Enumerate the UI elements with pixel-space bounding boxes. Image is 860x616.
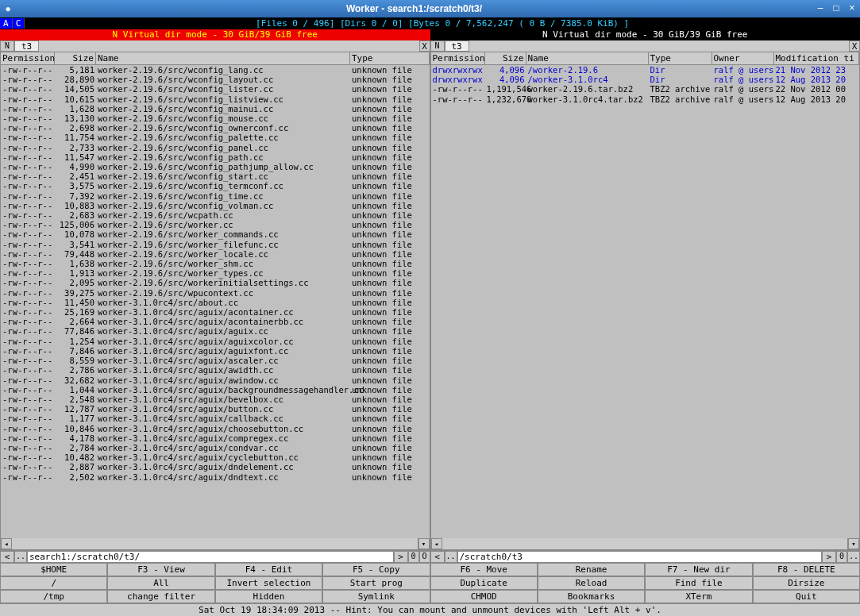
table-row[interactable]: -rw-r--r--2,451worker-2.19.6/src/wconfig… <box>1 171 430 181</box>
table-row[interactable]: -rw-r--r--1,232,670worker-3.1.0rc4.tar.b… <box>431 94 860 104</box>
maximize-button[interactable]: □ <box>828 2 844 15</box>
table-row[interactable]: -rw-r--r--10,482worker-3.1.0rc4/src/agui… <box>1 452 430 462</box>
function-button[interactable]: CHMOD <box>430 590 538 603</box>
path-input-left[interactable] <box>27 551 394 563</box>
function-button[interactable]: Rename <box>538 563 645 576</box>
table-row[interactable]: -rw-r--r--1,044worker-3.1.0rc4/src/aguix… <box>1 385 430 395</box>
function-button[interactable]: $HOME <box>0 563 107 576</box>
function-button[interactable]: /tmp <box>0 590 107 603</box>
close-button[interactable]: × <box>844 2 860 15</box>
function-button[interactable]: Reload <box>538 576 645 590</box>
table-row[interactable]: -rw-r--r--14,505worker-2.19.6/src/wconfi… <box>1 84 430 94</box>
tab-right[interactable]: t3 <box>445 40 469 52</box>
table-row[interactable]: -rw-r--r--2,698worker-2.19.6/src/wconfig… <box>1 123 430 133</box>
table-row[interactable]: -rw-r--r--7,392worker-2.19.6/src/wconfig… <box>1 191 430 201</box>
file-list-right[interactable]: drwxrwxrwx4,096/worker-2.19.6Dirralf @ u… <box>431 65 860 538</box>
table-row[interactable]: -rw-r--r--1,638worker-2.19.6/src/worker_… <box>1 259 430 268</box>
path-prev-right[interactable]: < <box>430 551 445 563</box>
hdr-mod-r[interactable]: Modification ti <box>774 52 860 64</box>
new-tab-right[interactable]: N <box>430 40 445 52</box>
function-button[interactable]: Invert selection <box>215 576 322 590</box>
table-row[interactable]: -rw-r--r--1,628worker-2.19.6/src/wconfig… <box>1 104 430 114</box>
table-row[interactable]: -rw-r--r--79,448worker-2.19.6/src/worker… <box>1 249 430 259</box>
path-prev-left[interactable]: < <box>0 551 14 563</box>
hdr-type-r[interactable]: Type <box>649 52 712 64</box>
table-row[interactable]: -rw-r--r--1,254worker-3.1.0rc4/src/aguix… <box>1 337 430 346</box>
hdr-size[interactable]: Size <box>55 52 96 64</box>
minimize-button[interactable]: – <box>812 2 828 15</box>
table-row[interactable]: -rw-r--r--2,683worker-2.19.6/src/wcpath.… <box>1 210 430 220</box>
scroll-left-btn[interactable]: ◂ <box>1 538 12 549</box>
table-row[interactable]: -rw-r--r--5,181worker-2.19.6/src/wconfig… <box>1 65 430 75</box>
hdr-perm[interactable]: Permission <box>1 52 55 64</box>
path-dots-right-2[interactable]: .. <box>847 551 860 563</box>
tab-left[interactable]: t3 <box>14 40 39 52</box>
table-row[interactable]: -rw-r--r--4,990worker-2.19.6/src/wconfig… <box>1 162 430 171</box>
table-row[interactable]: -rw-r--r--39,275worker-2.19.6/src/wpucon… <box>1 288 430 298</box>
path-input-right[interactable] <box>457 551 823 563</box>
table-row[interactable]: -rw-r--r--8,559worker-3.1.0rc4/src/aguix… <box>1 356 430 365</box>
function-button[interactable]: Symlink <box>322 590 430 603</box>
function-button[interactable]: F3 - View <box>107 563 214 576</box>
new-tab-left[interactable]: N <box>0 40 14 52</box>
table-row[interactable]: -rw-r--r--11,450worker-3.1.0rc4/src/abou… <box>1 298 430 307</box>
table-row[interactable]: -rw-r--r--2,887worker-3.1.0rc4/src/aguix… <box>1 462 430 472</box>
file-list-left[interactable]: -rw-r--r--5,181worker-2.19.6/src/wconfig… <box>1 65 430 538</box>
table-row[interactable]: -rw-r--r--2,786worker-3.1.0rc4/src/aguix… <box>1 365 430 375</box>
function-button[interactable]: XTerm <box>645 590 752 603</box>
a-button[interactable]: A <box>0 18 13 29</box>
scroll-down-btn-r[interactable]: ▾ <box>848 538 859 549</box>
function-button[interactable]: Bookmarks <box>538 590 645 603</box>
table-row[interactable]: -rw-r--r--10,846worker-3.1.0rc4/src/agui… <box>1 424 430 433</box>
table-row[interactable]: -rw-r--r--4,178worker-3.1.0rc4/src/aguix… <box>1 433 430 443</box>
table-row[interactable]: -rw-r--r--10,615worker-2.19.6/src/wconfi… <box>1 94 430 104</box>
table-row[interactable]: -rw-r--r--1,177worker-3.1.0rc4/src/aguix… <box>1 414 430 423</box>
hidden-toggle-left[interactable]: O <box>419 551 430 563</box>
table-row[interactable]: -rw-r--r--2,502worker-3.1.0rc4/src/aguix… <box>1 472 430 482</box>
c-button[interactable]: C <box>13 18 25 29</box>
table-row[interactable]: -rw-r--r--3,541worker-2.19.6/src/worker_… <box>1 240 430 249</box>
table-row[interactable]: -rw-r--r--12,787worker-3.1.0rc4/src/agui… <box>1 404 430 414</box>
table-row[interactable]: -rw-r--r--11,547worker-2.19.6/src/wconfi… <box>1 152 430 162</box>
scroll-left-btn-r[interactable]: ◂ <box>431 538 442 549</box>
function-button[interactable]: Start prog <box>322 576 430 590</box>
path-next-right[interactable]: > <box>822 551 836 563</box>
function-button[interactable]: Dirsize <box>753 576 860 590</box>
table-row[interactable]: -rw-r--r--7,846worker-3.1.0rc4/src/aguix… <box>1 346 430 356</box>
table-row[interactable]: drwxrwxrwx4,096/worker-2.19.6Dirralf @ u… <box>431 65 860 75</box>
path-next-left[interactable]: > <box>394 551 408 563</box>
table-row[interactable]: -rw-r--r--25,169worker-3.1.0rc4/src/agui… <box>1 307 430 317</box>
function-button[interactable]: F8 - DELETE <box>753 563 860 576</box>
table-row[interactable]: -rw-r--r--77,846worker-3.1.0rc4/src/agui… <box>1 326 430 336</box>
scroll-down-btn[interactable]: ▾ <box>418 538 430 549</box>
function-button[interactable]: All <box>107 576 214 590</box>
table-row[interactable]: -rw-r--r--10,883worker-2.19.6/src/wconfi… <box>1 201 430 210</box>
function-button[interactable]: F7 - New dir <box>645 563 752 576</box>
hdr-size-r[interactable]: Size <box>485 52 526 64</box>
close-tab-right[interactable]: X <box>849 40 860 52</box>
function-button[interactable]: Quit <box>753 590 860 603</box>
table-row[interactable]: -rw-r--r--10,078worker-2.19.6/src/worker… <box>1 229 430 239</box>
function-button[interactable]: change filter <box>107 590 214 603</box>
function-button[interactable]: Hidden <box>215 590 322 603</box>
function-button[interactable]: F5 - Copy <box>322 563 430 576</box>
hdr-owner-r[interactable]: Owner <box>712 52 774 64</box>
function-button[interactable]: Find file <box>645 576 752 590</box>
path-dots-left[interactable]: .. <box>14 551 27 563</box>
close-tab-left[interactable]: X <box>419 40 430 52</box>
table-row[interactable]: -rw-r--r--2,664worker-3.1.0rc4/src/aguix… <box>1 317 430 326</box>
path-dots-right[interactable]: .. <box>445 551 457 563</box>
function-button[interactable]: / <box>0 576 107 590</box>
table-row[interactable]: -rw-r--r--11,754worker-2.19.6/src/wconfi… <box>1 133 430 142</box>
table-row[interactable]: -rw-r--r--1,191,546worker-2.19.6.tar.bz2… <box>431 84 860 94</box>
table-row[interactable]: -rw-r--r--125,006worker-2.19.6/src/worke… <box>1 220 430 229</box>
table-row[interactable]: -rw-r--r--2,733worker-2.19.6/src/wconfig… <box>1 143 430 152</box>
table-row[interactable]: -rw-r--r--2,548worker-3.1.0rc4/src/aguix… <box>1 395 430 404</box>
hdr-perm-r[interactable]: Permission <box>431 52 485 64</box>
hidden-count-right[interactable]: 0 <box>836 551 847 563</box>
table-row[interactable]: -rw-r--r--13,130worker-2.19.6/src/wconfi… <box>1 114 430 123</box>
hidden-count-left[interactable]: 0 <box>408 551 419 563</box>
function-button[interactable]: F4 - Edit <box>215 563 322 576</box>
hdr-type[interactable]: Type <box>350 52 430 64</box>
table-row[interactable]: -rw-r--r--3,575worker-2.19.6/src/wconfig… <box>1 181 430 191</box>
